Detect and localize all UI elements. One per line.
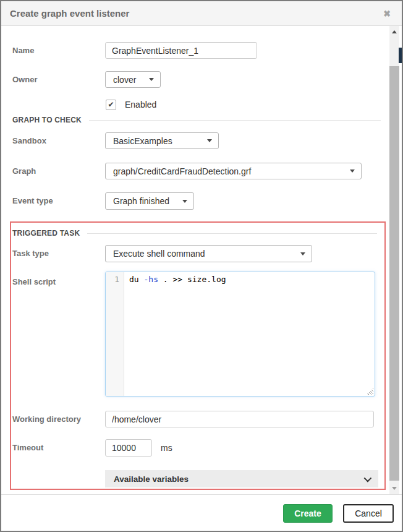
event-type-select-value: Graph finished xyxy=(113,196,169,206)
sandbox-select[interactable]: BasicExamples xyxy=(105,132,219,149)
available-variables-title: Available variables xyxy=(114,474,189,484)
editor-gutter: 1 xyxy=(106,272,124,396)
scrollbar-thumb[interactable] xyxy=(389,66,399,481)
background-page-fragment xyxy=(399,48,402,63)
working-directory-label: Working directory xyxy=(12,411,102,427)
task-type-label: Task type xyxy=(12,245,102,262)
graph-label: Graph xyxy=(12,163,102,179)
shell-script-label: Shell script xyxy=(12,273,102,290)
caret-down-icon xyxy=(182,200,187,203)
available-variables-toggle[interactable]: Available variables xyxy=(105,470,378,487)
dialog-titlebar: Create graph event listener ✖ xyxy=(1,1,402,26)
name-label: Name xyxy=(12,42,102,59)
close-icon[interactable]: ✖ xyxy=(383,1,391,26)
caret-down-icon xyxy=(350,169,355,173)
sandbox-label: Sandbox xyxy=(12,132,102,149)
section-graph-to-check-title: GRAPH TO CHECK xyxy=(12,116,82,124)
code-flag: -hs xyxy=(143,275,158,284)
scroll-down-button[interactable] xyxy=(389,484,399,493)
section-graph-to-check: GRAPH TO CHECK xyxy=(12,114,381,126)
task-type-select[interactable]: Execute shell command xyxy=(105,245,312,262)
event-type-label: Event type xyxy=(12,192,102,209)
event-type-select[interactable]: Graph finished xyxy=(105,192,194,210)
check-icon: ✔ xyxy=(108,100,114,109)
graph-select[interactable]: graph/CreditCardFraudDetection.grf xyxy=(105,163,362,179)
dialog-body: Name Owner clover ✔ Enabled GRAPH TO CHE… xyxy=(1,26,402,531)
scroll-down-icon xyxy=(392,487,397,490)
owner-label: Owner xyxy=(12,71,102,88)
caret-down-icon xyxy=(207,139,212,142)
dialog-title: Create graph event listener xyxy=(10,1,129,26)
name-input[interactable] xyxy=(105,42,257,59)
timeout-input[interactable] xyxy=(105,439,152,457)
dialog-footer: Create Cancel xyxy=(1,494,402,531)
scroll-up-icon xyxy=(392,30,397,33)
shell-script-editor[interactable]: 1 du -hs . >> size.log xyxy=(105,272,375,397)
shell-script-code[interactable]: du -hs . >> size.log xyxy=(124,272,375,284)
cancel-button[interactable]: Cancel xyxy=(343,504,394,523)
code-command: du xyxy=(129,275,143,284)
section-triggered-task-title: TRIGGERED TASK xyxy=(12,229,80,238)
graph-select-value: graph/CreditCardFraudDetection.grf xyxy=(113,166,251,176)
chevron-down-icon xyxy=(364,474,372,482)
owner-select[interactable]: clover xyxy=(105,71,161,88)
timeout-label: Timeout xyxy=(12,439,102,456)
section-divider xyxy=(89,120,381,121)
enabled-label: Enabled xyxy=(125,100,156,110)
timeout-unit: ms xyxy=(161,439,172,457)
create-button[interactable]: Create xyxy=(283,504,333,523)
create-graph-event-listener-dialog: Create graph event listener ✖ Name Owner… xyxy=(0,0,403,532)
code-rest: . >> size.log xyxy=(158,275,226,284)
line-number: 1 xyxy=(106,272,124,284)
scroll-up-button[interactable] xyxy=(389,27,399,36)
sandbox-select-value: BasicExamples xyxy=(113,136,172,146)
caret-down-icon xyxy=(149,78,154,81)
vertical-scrollbar[interactable] xyxy=(389,26,399,494)
working-directory-input[interactable] xyxy=(105,411,374,427)
caret-down-icon xyxy=(300,252,305,255)
section-divider xyxy=(87,233,377,234)
resize-grip-icon[interactable] xyxy=(367,388,373,395)
enabled-checkbox[interactable]: ✔ xyxy=(106,100,116,110)
section-triggered-task: TRIGGERED TASK xyxy=(12,227,380,239)
task-type-select-value: Execute shell command xyxy=(113,249,205,259)
owner-select-value: clover xyxy=(113,75,136,85)
